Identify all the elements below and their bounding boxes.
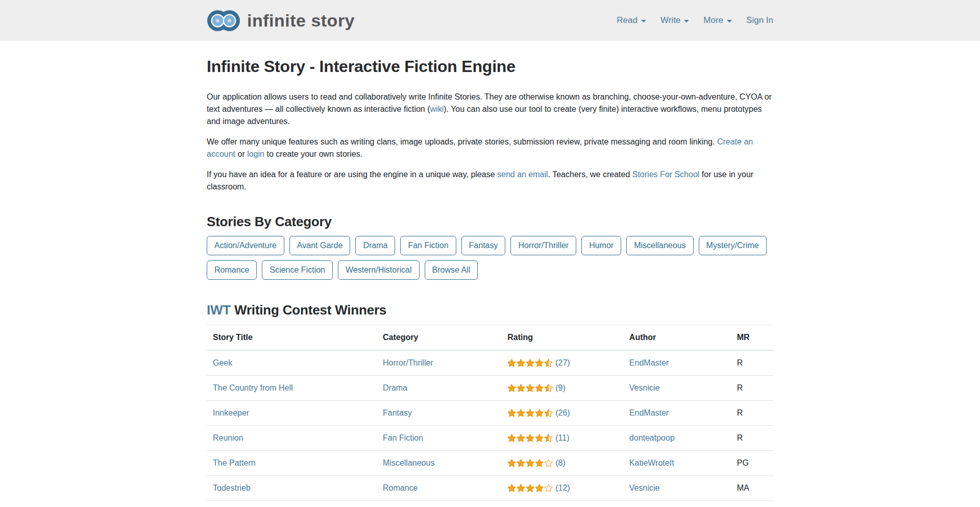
star-full-icon (526, 459, 534, 467)
logo[interactable]: infinite story (207, 8, 355, 34)
star-half-icon (544, 434, 553, 442)
category-cell: Fantasy (377, 501, 501, 507)
mr-rating: MA (731, 476, 773, 501)
category-button-mystery-crime[interactable]: Mystery/Crime (699, 236, 767, 255)
category-link[interactable]: Romance (383, 484, 418, 492)
category-cell: Drama (377, 376, 501, 401)
mr-rating: PG (731, 501, 773, 507)
star-rating (507, 459, 553, 467)
star-full-icon (507, 384, 516, 392)
inline-link-login[interactable]: login (247, 150, 264, 158)
column-header-category: Category (377, 325, 501, 351)
category-button-avant-garde[interactable]: Avant Garde (289, 236, 351, 255)
rating-cell: (11) (501, 426, 623, 451)
iwt-link[interactable]: IWT (207, 302, 231, 318)
star-full-icon (526, 359, 534, 367)
nav-item-read[interactable]: Read (617, 14, 646, 27)
top-navbar: infinite story ReadWriteMoreSign In (0, 0, 980, 41)
author-link[interactable]: EndMaster (629, 408, 669, 417)
nav-item-more[interactable]: More (703, 14, 732, 27)
rating-count-link[interactable]: (8) (555, 458, 566, 467)
category-button-fantasy[interactable]: Fantasy (461, 236, 506, 255)
category-button-miscellaneous[interactable]: Miscellaneous (626, 236, 693, 255)
inline-link-wiki[interactable]: wiki (430, 105, 444, 113)
table-row: ReunionFan Fiction(11)donteatpoopR (207, 426, 773, 451)
star-rating (507, 484, 553, 492)
main-content: Infinite Story - Interactive Fiction Eng… (207, 54, 773, 507)
category-button-drama[interactable]: Drama (355, 236, 395, 255)
nav-item-label: More (703, 14, 723, 27)
category-button-horror-thriller[interactable]: Horror/Thriller (510, 236, 576, 255)
rating-cell: (26) (501, 401, 623, 426)
author-cell: Vesnicie (623, 476, 731, 501)
category-link[interactable]: Horror/Thriller (383, 358, 433, 367)
category-button-science-fiction[interactable]: Science Fiction (262, 260, 333, 280)
column-header-author: Author (623, 325, 731, 351)
author-cell: Vesnicie (623, 376, 731, 401)
category-cell: Fantasy (377, 401, 501, 426)
star-full-icon (535, 384, 544, 392)
star-full-icon (526, 384, 534, 392)
category-cell: Horror/Thriller (377, 350, 501, 376)
star-full-icon (517, 434, 525, 442)
story-title-link[interactable]: Innkeeper (213, 408, 249, 417)
category-button-western-historical[interactable]: Western/Historical (338, 260, 420, 280)
mr-rating: R (731, 376, 773, 401)
story-title-cell: The Prophet (207, 501, 377, 507)
star-full-icon (517, 384, 525, 392)
intro-paragraph-1: Our application allows users to read and… (207, 91, 773, 128)
story-title-link[interactable]: The Country from Hell (213, 383, 293, 392)
intro-paragraph-3: If you have an idea for a feature or are… (207, 168, 773, 193)
author-link[interactable]: Vesnicie (629, 383, 660, 392)
category-button-browse-all[interactable]: Browse All (425, 260, 478, 280)
author-link[interactable]: EndMaster (629, 358, 669, 367)
author-cell: KatieWroteIt (623, 451, 731, 476)
author-link[interactable]: Vesnicie (629, 484, 660, 492)
category-button-fan-fiction[interactable]: Fan Fiction (400, 236, 456, 255)
star-full-icon (517, 459, 525, 467)
table-row: GeekHorror/Thriller(27)EndMasterR (207, 350, 773, 376)
inline-link-create-an-account[interactable]: Create an account (207, 137, 753, 158)
page-title: Infinite Story - Interactive Fiction Eng… (207, 54, 773, 79)
star-full-icon (507, 459, 516, 467)
mr-rating: R (731, 350, 773, 376)
intro-paragraph-2: We offer many unique features such as wr… (207, 136, 773, 160)
inline-link-stories-for-school[interactable]: Stories For School (632, 170, 700, 179)
nav-item-sign-in[interactable]: Sign In (746, 14, 773, 27)
rating-count-link[interactable]: (26) (555, 408, 570, 417)
column-header-mr: MR (731, 325, 773, 351)
author-link[interactable]: donteatpoop (629, 433, 675, 442)
contest-heading-text: Writing Contest Winners (231, 302, 386, 318)
rating-count-link[interactable]: (9) (555, 383, 566, 392)
nav-item-write[interactable]: Write (660, 14, 689, 27)
star-half-icon (544, 384, 553, 392)
rating-count-link[interactable]: (11) (555, 433, 569, 442)
story-title-link[interactable]: Todestrieb (213, 484, 251, 492)
rating-count-link[interactable]: (27) (555, 358, 570, 367)
star-rating (507, 409, 553, 417)
contest-heading: IWT Writing Contest Winners (207, 300, 773, 320)
inline-link-send-an-email[interactable]: send an email (497, 170, 548, 179)
category-cell: Fan Fiction (377, 426, 501, 451)
star-full-icon (526, 434, 534, 442)
star-full-icon (526, 484, 534, 492)
table-header-row: Story TitleCategoryRatingAuthorMR (207, 325, 773, 351)
category-link[interactable]: Miscellaneous (383, 458, 434, 467)
category-link[interactable]: Fan Fiction (383, 433, 423, 442)
story-title-link[interactable]: Reunion (213, 433, 243, 442)
star-full-icon (535, 359, 544, 367)
story-title-link[interactable]: Geek (213, 358, 232, 367)
category-button-humor[interactable]: Humor (581, 236, 621, 255)
star-half-icon (544, 359, 553, 367)
column-header-story-title: Story Title (207, 325, 377, 351)
author-link[interactable]: KatieWroteIt (629, 458, 674, 467)
mr-rating: R (731, 401, 773, 426)
story-title-cell: The Country from Hell (207, 376, 377, 401)
rating-count-link[interactable]: (12) (555, 484, 570, 492)
category-button-romance[interactable]: Romance (207, 260, 257, 280)
category-link[interactable]: Fantasy (383, 408, 412, 417)
story-title-link[interactable]: The Pattern (213, 458, 256, 467)
category-button-action-adventure[interactable]: Action/Adventure (207, 236, 284, 255)
category-link[interactable]: Drama (383, 383, 407, 392)
star-full-icon (535, 434, 544, 442)
